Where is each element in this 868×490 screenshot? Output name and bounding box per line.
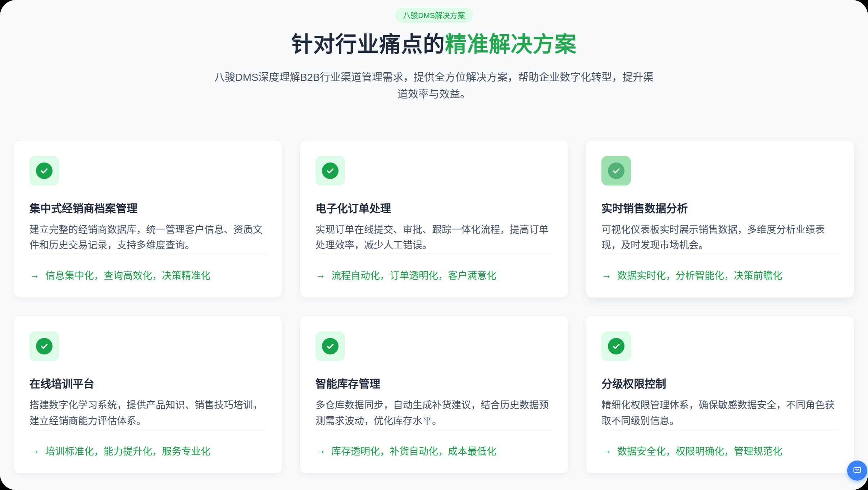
card-title: 在线培训平台 xyxy=(29,377,267,390)
check-circle-icon xyxy=(36,338,53,354)
icon-tile xyxy=(315,156,345,186)
chat-fab-button[interactable] xyxy=(847,461,867,481)
card-benefits-link[interactable]: → 培训标准化，能力提升化，服务专业化 xyxy=(29,429,267,458)
card-benefits-link[interactable]: → 数据实时化，分析智能化，决策前瞻化 xyxy=(601,253,839,282)
card-description: 精细化权限管理体系，确保敏感数据安全，不同角色获取不同级别信息。 xyxy=(601,398,839,429)
arrow-right-icon: → xyxy=(601,270,612,280)
card-benefits-link[interactable]: → 信息集中化，查询高效化，决策精准化 xyxy=(29,253,267,282)
card-benefits-link[interactable]: → 流程自动化，订单透明化，客户满意化 xyxy=(315,253,553,282)
check-circle-icon xyxy=(608,162,624,179)
card-description: 多仓库数据同步，自动生成补货建议，结合历史数据预测需求波动，优化库存水平。 xyxy=(315,398,553,429)
page-title-dark: 针对行业痛点的 xyxy=(291,32,445,56)
solution-card-order-processing: 电子化订单处理 实现订单在线提交、审批、跟踪一体化流程，提高订单处理效率，减少人… xyxy=(300,140,568,298)
section-subtitle: 八骏DMS深度理解B2B行业渠道管理需求，提供全方位解决方案，帮助企业数字化转型… xyxy=(211,69,657,103)
card-benefits-text: 信息集中化，查询高效化，决策精准化 xyxy=(45,268,210,282)
solutions-section: 八骏DMS解决方案 针对行业痛点的精准解决方案 八骏DMS深度理解B2B行业渠道… xyxy=(0,0,868,490)
arrow-right-icon: → xyxy=(315,445,326,455)
check-circle-icon xyxy=(36,162,53,179)
page-title: 针对行业痛点的精准解决方案 xyxy=(0,32,868,57)
check-circle-icon xyxy=(322,338,338,354)
section-badge: 八骏DMS解决方案 xyxy=(395,8,473,23)
check-circle-icon xyxy=(322,162,338,179)
card-description: 搭建数字化学习系统，提供产品知识、销售技巧培训，建立经销商能力评估体系。 xyxy=(29,398,267,429)
icon-tile xyxy=(29,331,59,361)
card-benefits-link[interactable]: → 库存透明化，补货自动化，成本最低化 xyxy=(315,429,553,458)
card-benefits-text: 流程自动化，订单透明化，客户满意化 xyxy=(331,268,496,282)
icon-tile xyxy=(601,331,631,361)
chat-bubble-icon xyxy=(852,465,862,476)
icon-tile xyxy=(29,156,59,186)
card-benefits-text: 库存透明化，补货自动化，成本最低化 xyxy=(331,444,496,458)
solution-card-training-platform: 在线培训平台 搭建数字化学习系统，提供产品知识、销售技巧培训，建立经销商能力评估… xyxy=(14,316,282,473)
card-title: 智能库存管理 xyxy=(315,377,553,390)
card-title: 集中式经销商档案管理 xyxy=(29,202,267,215)
icon-tile xyxy=(601,156,631,186)
arrow-right-icon: → xyxy=(29,270,40,280)
card-description: 实现订单在线提交、审批、跟踪一体化流程，提高订单处理效率，减少人工错误。 xyxy=(315,222,553,253)
card-benefits-text: 数据实时化，分析智能化，决策前瞻化 xyxy=(617,268,782,282)
icon-tile xyxy=(315,331,345,361)
solution-card-inventory-management: 智能库存管理 多仓库数据同步，自动生成补货建议，结合历史数据预测需求波动，优化库… xyxy=(300,316,568,473)
card-description: 可视化仪表板实时展示销售数据，多维度分析业绩表现，及时发现市场机会。 xyxy=(601,222,839,253)
card-description: 建立完整的经销商数据库，统一管理客户信息、资质文件和历史交易记录，支持多维度查询… xyxy=(29,222,267,253)
solution-card-sales-analytics: 实时销售数据分析 可视化仪表板实时展示销售数据，多维度分析业绩表现，及时发现市场… xyxy=(586,140,854,298)
card-title: 实时销售数据分析 xyxy=(601,202,839,215)
card-title: 电子化订单处理 xyxy=(315,202,553,215)
card-title: 分级权限控制 xyxy=(601,377,839,390)
solution-cards-grid: 集中式经销商档案管理 建立完整的经销商数据库，统一管理客户信息、资质文件和历史交… xyxy=(0,140,868,473)
check-circle-icon xyxy=(608,338,624,354)
card-benefits-text: 培训标准化，能力提升化，服务专业化 xyxy=(45,444,210,458)
page-title-accent: 精准解决方案 xyxy=(445,32,577,56)
arrow-right-icon: → xyxy=(29,445,40,455)
section-header: 八骏DMS解决方案 针对行业痛点的精准解决方案 八骏DMS深度理解B2B行业渠道… xyxy=(0,0,868,103)
card-benefits-text: 数据安全化，权限明确化，管理规范化 xyxy=(617,444,782,458)
arrow-right-icon: → xyxy=(315,270,326,280)
arrow-right-icon: → xyxy=(601,445,612,455)
solution-card-dealer-archive: 集中式经销商档案管理 建立完整的经销商数据库，统一管理客户信息、资质文件和历史交… xyxy=(14,140,282,298)
card-benefits-link[interactable]: → 数据安全化，权限明确化，管理规范化 xyxy=(601,429,839,458)
solution-card-permission-control: 分级权限控制 精细化权限管理体系，确保敏感数据安全，不同角色获取不同级别信息。 … xyxy=(586,316,854,473)
